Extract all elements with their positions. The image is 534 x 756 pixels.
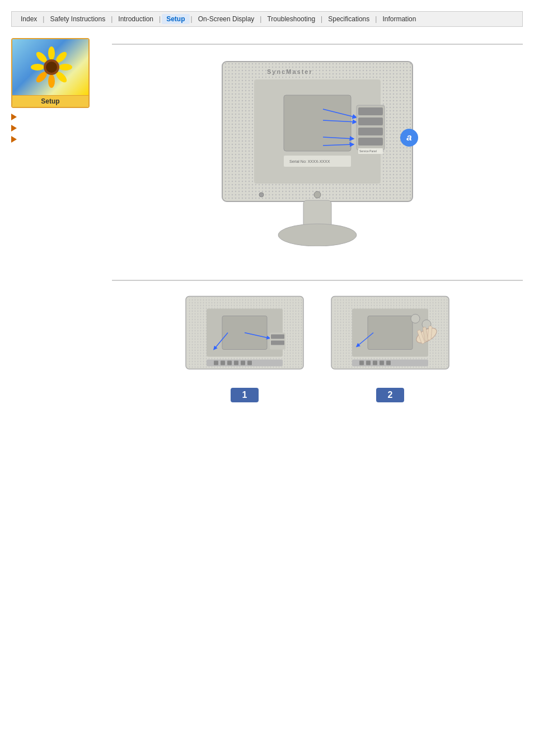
svg-rect-77 bbox=[380, 361, 384, 365]
main-content: SyncMaster Serial No: XXXX-XXXX Service … bbox=[101, 32, 523, 402]
svg-rect-49 bbox=[271, 341, 284, 345]
svg-text:Serial No: XXXX-XXXX: Serial No: XXXX-XXXX bbox=[289, 159, 330, 163]
nav-sep-4: | bbox=[190, 15, 194, 23]
svg-point-37 bbox=[259, 192, 264, 197]
sidebar: Setup bbox=[11, 32, 101, 402]
badge-1: 1 bbox=[231, 388, 259, 402]
spacer-1 bbox=[112, 263, 523, 274]
badge-2: 2 bbox=[376, 388, 404, 402]
svg-rect-51 bbox=[214, 361, 218, 365]
nav-item-index[interactable]: Index bbox=[16, 14, 41, 24]
svg-rect-65 bbox=[368, 316, 413, 350]
navigation-bar: Index | Safety Instructions | Introducti… bbox=[11, 11, 523, 27]
bottom-image-2: 2 bbox=[329, 292, 452, 402]
arrow-icon-2 bbox=[11, 125, 17, 132]
svg-point-4 bbox=[48, 74, 55, 88]
nav-sep-3: | bbox=[158, 15, 162, 23]
svg-rect-28 bbox=[358, 138, 383, 145]
svg-rect-62 bbox=[352, 298, 428, 309]
nav-item-information[interactable]: Information bbox=[378, 14, 420, 24]
bottom-monitor-svg-2 bbox=[329, 292, 452, 384]
svg-rect-13 bbox=[223, 63, 254, 200]
svg-text:SyncMaster: SyncMaster bbox=[267, 68, 313, 75]
svg-point-66 bbox=[411, 314, 420, 323]
svg-rect-60 bbox=[332, 298, 352, 368]
nav-item-safety[interactable]: Safety Instructions bbox=[45, 14, 110, 24]
bottom-monitor-svg-1 bbox=[183, 292, 306, 384]
svg-rect-26 bbox=[358, 118, 383, 125]
svg-point-36 bbox=[314, 191, 321, 198]
svg-point-30 bbox=[278, 224, 357, 246]
monitor-back-svg: SyncMaster Serial No: XXXX-XXXX Service … bbox=[211, 56, 424, 246]
callout-a-label: a bbox=[400, 129, 418, 147]
svg-rect-54 bbox=[234, 361, 238, 365]
sidebar-arrow-3[interactable] bbox=[11, 136, 101, 143]
nav-sep-7: | bbox=[374, 15, 378, 23]
svg-text:Service Panel: Service Panel bbox=[359, 149, 377, 153]
monitor-back-container: SyncMaster Serial No: XXXX-XXXX Service … bbox=[112, 56, 523, 246]
nav-sep-5: | bbox=[259, 15, 263, 23]
bottom-images-container: 1 bbox=[112, 292, 523, 402]
sidebar-arrow-2[interactable] bbox=[11, 125, 101, 132]
svg-rect-41 bbox=[283, 298, 302, 368]
nav-item-setup[interactable]: Setup bbox=[162, 14, 189, 24]
svg-rect-42 bbox=[207, 298, 283, 309]
sidebar-arrow-1[interactable] bbox=[11, 114, 101, 120]
svg-rect-53 bbox=[227, 361, 232, 365]
svg-rect-75 bbox=[366, 361, 371, 365]
svg-rect-27 bbox=[358, 128, 383, 135]
svg-point-9 bbox=[46, 62, 57, 73]
nav-item-troubleshooting[interactable]: Troubleshooting bbox=[263, 14, 320, 24]
svg-rect-74 bbox=[359, 361, 364, 365]
svg-rect-40 bbox=[187, 298, 207, 368]
bottom-section: 1 bbox=[112, 292, 523, 402]
nav-sep-6: | bbox=[320, 15, 324, 23]
sidebar-label: Setup bbox=[12, 95, 88, 107]
monitor-back-image: SyncMaster Serial No: XXXX-XXXX Service … bbox=[211, 56, 424, 246]
svg-rect-48 bbox=[271, 335, 284, 339]
nav-item-specifications[interactable]: Specifications bbox=[324, 14, 374, 24]
nav-item-osd[interactable]: On-Screen Display bbox=[194, 14, 259, 24]
nav-sep-2: | bbox=[110, 15, 114, 23]
svg-point-0 bbox=[48, 46, 55, 60]
flower-svg bbox=[29, 45, 74, 90]
svg-point-6 bbox=[31, 64, 44, 71]
svg-rect-52 bbox=[221, 361, 225, 365]
svg-rect-76 bbox=[373, 361, 377, 365]
svg-rect-19 bbox=[284, 95, 351, 151]
arrow-icon-1 bbox=[11, 114, 17, 120]
arrow-icon-3 bbox=[11, 136, 17, 143]
sidebar-arrows bbox=[11, 114, 101, 143]
svg-point-2 bbox=[59, 64, 72, 71]
bottom-divider bbox=[112, 280, 523, 281]
content-area: Setup bbox=[11, 32, 523, 402]
svg-rect-56 bbox=[247, 361, 252, 365]
nav-item-introduction[interactable]: Introduction bbox=[114, 14, 158, 24]
top-divider bbox=[112, 44, 523, 45]
bottom-image-1: 1 bbox=[183, 292, 306, 402]
sidebar-icon-box: Setup bbox=[11, 38, 90, 108]
svg-rect-25 bbox=[358, 107, 383, 115]
sidebar-icon-image bbox=[12, 39, 90, 95]
svg-rect-78 bbox=[386, 361, 391, 365]
nav-sep-1: | bbox=[41, 15, 45, 23]
svg-rect-55 bbox=[241, 361, 245, 365]
